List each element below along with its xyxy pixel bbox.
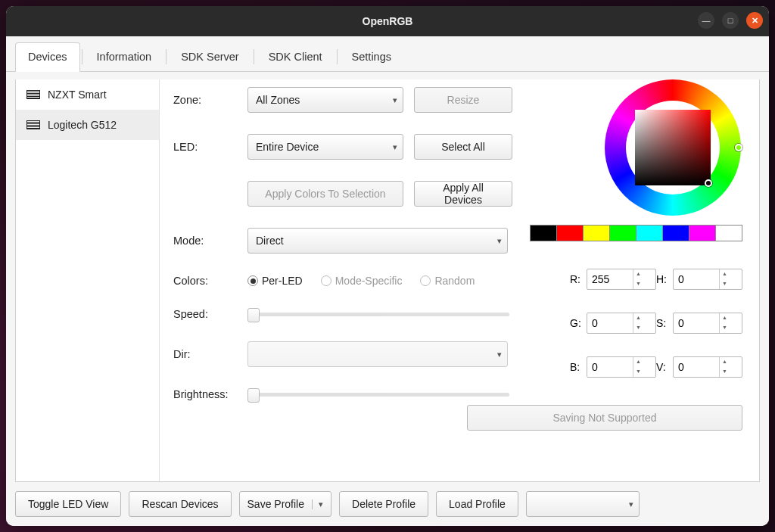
s-spinbox[interactable]: ▲▼ (673, 313, 742, 334)
color-wheel[interactable] (605, 79, 741, 216)
save-color-button[interactable]: Saving Not Supported (467, 405, 742, 431)
profile-select[interactable] (526, 491, 640, 517)
tab-settings[interactable]: Settings (339, 42, 404, 72)
r-label: R: (570, 273, 585, 285)
device-icon (26, 90, 40, 99)
swatch-green[interactable] (609, 225, 636, 241)
tab-bar: Devices Information SDK Server SDK Clien… (6, 36, 769, 72)
tab-devices[interactable]: Devices (15, 42, 80, 72)
swatch-blue[interactable] (662, 225, 689, 241)
v-spinbox[interactable]: ▲▼ (673, 356, 742, 378)
speed-slider[interactable] (247, 313, 509, 316)
chevron-down-icon: ▾ (312, 499, 323, 509)
rescan-devices-button[interactable]: Rescan Devices (129, 491, 231, 517)
maximize-button[interactable]: □ (722, 12, 739, 29)
radio-per-led[interactable]: Per-LED (247, 275, 303, 287)
mode-select[interactable]: Direct (247, 228, 508, 254)
device-item-logitech[interactable]: Logitech G512 (16, 110, 159, 140)
swatch-yellow[interactable] (583, 225, 610, 241)
hue-cursor[interactable] (735, 144, 742, 151)
tab-sdk-server[interactable]: SDK Server (168, 42, 252, 72)
content-area: NZXT Smart Logitech G512 Zone: All Zones… (6, 72, 769, 487)
apply-all-devices-button[interactable]: Apply All Devices (414, 181, 512, 207)
swatch-white[interactable] (715, 225, 742, 241)
keyboard-icon (26, 120, 40, 129)
swatch-black[interactable] (530, 225, 557, 241)
device-list: NZXT Smart Logitech G512 (16, 79, 160, 481)
swatch-cyan[interactable] (636, 225, 663, 241)
h-spinbox[interactable]: ▲▼ (673, 269, 742, 290)
close-button[interactable]: ✕ (746, 12, 763, 29)
select-all-button[interactable]: Select All (414, 134, 512, 160)
radio-mode-specific[interactable]: Mode-Specific (321, 275, 403, 287)
r-spinbox[interactable]: ▲▼ (587, 269, 656, 290)
radio-random[interactable]: Random (420, 275, 475, 287)
device-item-nzxt[interactable]: NZXT Smart (16, 79, 159, 110)
resize-button[interactable]: Resize (414, 87, 512, 113)
b-label: B: (570, 361, 585, 373)
dir-label: Dir: (173, 348, 241, 360)
toggle-led-view-button[interactable]: Toggle LED View (15, 491, 121, 517)
g-spinbox[interactable]: ▲▼ (587, 313, 656, 334)
direction-select[interactable] (247, 341, 508, 367)
s-label: S: (656, 317, 671, 329)
titlebar: OpenRGB — □ ✕ (6, 6, 769, 36)
brightness-label: Brightness: (173, 388, 241, 400)
v-label: V: (656, 361, 671, 373)
color-values: R: ▲▼ H: ▲▼ G: ▲▼ S: ▲▼ B: ▲▼ V: ▲▼ (570, 269, 742, 378)
devices-panel: NZXT Smart Logitech G512 Zone: All Zones… (15, 79, 760, 482)
device-settings: Zone: All Zones Resize LED: Entire Devic… (160, 79, 759, 481)
led-label: LED: (173, 141, 241, 153)
tab-sdk-client[interactable]: SDK Client (256, 42, 335, 72)
save-profile-button[interactable]: Save Profile▾ (239, 491, 331, 517)
h-label: H: (656, 273, 671, 285)
delete-profile-button[interactable]: Delete Profile (339, 491, 428, 517)
color-swatches (530, 225, 742, 241)
mode-label: Mode: (173, 235, 241, 247)
g-label: G: (570, 317, 585, 329)
device-label: Logitech G512 (48, 119, 117, 131)
swatch-red[interactable] (556, 225, 584, 241)
b-spinbox[interactable]: ▲▼ (587, 356, 656, 378)
sv-cursor[interactable] (705, 179, 712, 187)
colors-label: Colors: (173, 275, 241, 287)
apply-selection-button[interactable]: Apply Colors To Selection (247, 181, 403, 207)
speed-label: Speed: (173, 308, 241, 320)
swatch-magenta[interactable] (689, 225, 716, 241)
zone-select[interactable]: All Zones (247, 87, 403, 113)
brightness-slider[interactable] (247, 393, 509, 397)
bottom-toolbar: Toggle LED View Rescan Devices Save Prof… (6, 487, 769, 526)
zone-label: Zone: (173, 94, 241, 106)
led-select[interactable]: Entire Device (247, 134, 403, 160)
minimize-button[interactable]: — (698, 12, 714, 29)
load-profile-button[interactable]: Load Profile (436, 491, 518, 517)
window-title: OpenRGB (363, 15, 413, 27)
window-buttons: — □ ✕ (698, 12, 763, 29)
saturation-value-box[interactable] (635, 110, 711, 185)
tab-information[interactable]: Information (84, 42, 165, 72)
device-label: NZXT Smart (48, 89, 107, 101)
app-window: OpenRGB — □ ✕ Devices Information SDK Se… (6, 6, 769, 526)
